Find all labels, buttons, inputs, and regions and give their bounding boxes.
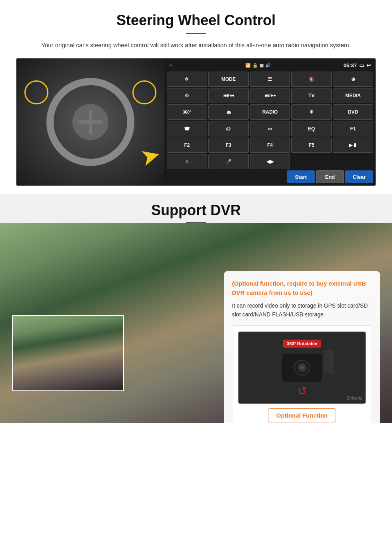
dvr-main-photo: (Optional function, require to buy exter… (0, 223, 392, 423)
btn-settings[interactable]: ⊙ (167, 88, 207, 103)
highlight-circle-right (132, 80, 156, 104)
steering-bg: ➤ (16, 58, 164, 186)
btn-mic[interactable]: 🎤 (208, 154, 249, 169)
steering-wheel (46, 78, 134, 166)
highlight-circle-left (24, 80, 48, 104)
btn-send[interactable]: ✈ (167, 72, 207, 87)
optional-notice: (Optional function, require to buy exter… (232, 279, 372, 297)
btn-phone[interactable]: ☎ (167, 121, 207, 136)
inset-road-bg (13, 316, 123, 390)
button-grid: ✈ MODE ☰ 🔇 ⊕ ⊙ ⏮/◀◀ ⏭/▶▶ TV MEDIA 360° ⏏… (167, 72, 373, 169)
btn-radio[interactable]: RADIO (250, 104, 290, 120)
btn-tv[interactable]: TV (291, 88, 332, 103)
steering-title: Steering Wheel Control (16, 12, 376, 29)
btn-mute[interactable]: 🔇 (291, 72, 332, 87)
wifi-icon: 📶 (245, 63, 251, 68)
btn-eq[interactable]: EQ (291, 121, 332, 136)
btn-360[interactable]: 360° (167, 104, 207, 120)
end-button[interactable]: End (316, 170, 344, 183)
wheel-spoke-v (89, 110, 92, 134)
camera-lens (294, 360, 310, 376)
arrow-pointing-right: ➤ (137, 140, 164, 172)
status-bar-icons: 📶 🔒 ▦ 🔊 (245, 63, 271, 68)
wheel-outer-ring (46, 78, 134, 166)
dvr-description: It can record video only to storage in G… (232, 301, 372, 319)
btn-music[interactable]: ♫ (167, 154, 207, 169)
btn-f3[interactable]: F3 (208, 138, 249, 153)
title-divider (186, 33, 206, 34)
rotate-badge: 360° Rotatable (283, 340, 321, 348)
steering-wheel-photo: ➤ (16, 58, 164, 186)
rotate-arrow-icon: ↺ (298, 384, 307, 398)
dvr-title: Support DVR (0, 202, 392, 219)
clear-button[interactable]: Clear (345, 170, 373, 183)
btn-apps[interactable]: ⊕ (333, 72, 373, 87)
btn-dvd[interactable]: DVD (333, 104, 373, 120)
btn-f1[interactable]: F1 (333, 121, 373, 136)
steering-description: Your original car's steering wheel contr… (36, 40, 356, 50)
btn-media[interactable]: MEDIA (333, 88, 373, 103)
btn-brightness[interactable]: ☀ (291, 104, 332, 120)
btn-internet[interactable]: @ (208, 121, 249, 136)
btn-mode[interactable]: MODE (208, 72, 249, 87)
window-icon: ▭ (359, 62, 364, 68)
btn-f2[interactable]: F2 (167, 138, 207, 153)
dvr-info-box: (Optional function, require to buy exter… (224, 271, 380, 423)
btn-next[interactable]: ⏭/▶▶ (250, 88, 290, 103)
lock-icon: 🔒 (252, 63, 258, 68)
sim-icon: ▦ (260, 63, 264, 68)
dvr-inset-photo (12, 315, 124, 391)
btn-screen[interactable]: ▭ (250, 121, 290, 136)
camera-body (282, 354, 322, 382)
status-bar-right: 05:37 ▭ ↩ (344, 62, 371, 68)
camera-mount (324, 350, 334, 374)
steering-content-area: ➤ ⌂ 📶 🔒 ▦ 🔊 05:37 ▭ ↩ (16, 58, 376, 186)
btn-menu[interactable]: ☰ (250, 72, 290, 87)
btn-prev[interactable]: ⏮/◀◀ (208, 88, 249, 103)
time-display: 05:37 (344, 62, 357, 68)
btn-eject[interactable]: ⏏ (208, 104, 249, 120)
status-bar: ⌂ 📶 🔒 ▦ 🔊 05:37 ▭ ↩ (167, 61, 373, 70)
optional-function-button[interactable]: Optional Function (268, 408, 336, 422)
wheel-hub (72, 104, 108, 140)
start-button[interactable]: Start (287, 170, 315, 183)
back-icon: ↩ (366, 62, 371, 68)
dvr-section: Support DVR (Optional function, require … (0, 194, 392, 423)
camera-visual: 360° Rotatable ↺ Seicane (238, 332, 366, 404)
action-buttons: Start End Clear (167, 170, 373, 183)
btn-playpause[interactable]: ▶⏸ (333, 138, 373, 153)
watermark-text: Seicane (346, 396, 362, 400)
head-unit-panel: ⌂ 📶 🔒 ▦ 🔊 05:37 ▭ ↩ ✈ MODE (164, 58, 376, 186)
btn-f5[interactable]: F5 (291, 138, 332, 153)
steering-section: Steering Wheel Control Your original car… (0, 0, 392, 194)
volume-icon: 🔊 (265, 63, 271, 68)
home-icon: ⌂ (169, 63, 172, 68)
btn-voltrack[interactable]: ◀▶ (250, 154, 290, 169)
btn-f4[interactable]: F4 (250, 138, 290, 153)
status-bar-left: ⌂ (169, 63, 172, 68)
camera-product-box: 360° Rotatable ↺ Seicane Optional Functi… (232, 325, 372, 423)
